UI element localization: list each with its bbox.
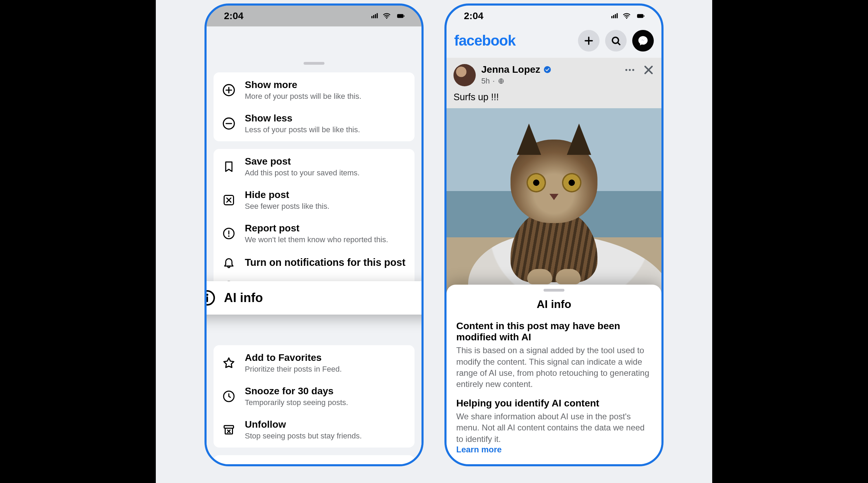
- search-icon: [611, 35, 621, 46]
- stage: 2:04 Show more More of your posts will b…: [156, 0, 712, 483]
- post-text: Surfs up !!!: [447, 90, 661, 108]
- phone-left: 2:04 Show more More of your posts will b…: [204, 3, 424, 466]
- create-button[interactable]: [578, 30, 600, 52]
- plus-circle-icon: [222, 84, 235, 97]
- wifi-icon: [382, 12, 392, 20]
- ai-sheet-heading-1: Content in this post may have been modif…: [456, 320, 652, 343]
- close-icon[interactable]: [643, 64, 654, 76]
- messenger-icon: [637, 35, 649, 46]
- search-button[interactable]: [605, 30, 627, 52]
- row-show-less[interactable]: Show less Less of your posts will be lik…: [214, 108, 415, 141]
- status-bar: 2:04: [207, 6, 421, 26]
- star-icon: [222, 356, 235, 370]
- row-unfollow[interactable]: Unfollow Stop seeing posts but stay frie…: [214, 414, 415, 448]
- group-feedback: Show more More of your posts will be lik…: [214, 72, 415, 141]
- minus-circle-icon: [222, 117, 235, 130]
- post: Jenna Lopez 5h · Surfs up !!!: [447, 58, 661, 293]
- ai-sheet-heading-2: Helping you identify AI content: [456, 398, 652, 409]
- row-snooze[interactable]: Snooze for 30 days Temporarily stop seei…: [214, 381, 415, 414]
- group-follow: Add to Favorites Prioritize their posts …: [214, 345, 415, 448]
- bell-icon: [223, 256, 235, 269]
- archive-x-icon: [223, 423, 235, 436]
- battery-icon: [394, 12, 408, 20]
- dots-icon[interactable]: [624, 64, 636, 76]
- phone-right: 2:04 facebook Jenna Lopez: [444, 3, 664, 466]
- x-square-icon: [223, 194, 235, 206]
- globe-icon: [498, 78, 505, 85]
- group-manage: Manage your Feed: [214, 455, 415, 466]
- row-manage-feed[interactable]: Manage your Feed: [214, 455, 415, 466]
- signal-icon: [610, 12, 620, 20]
- row-save-post[interactable]: Save post Add this post to your saved it…: [214, 149, 415, 184]
- row-add-favorites[interactable]: Add to Favorites Prioritize their posts …: [214, 345, 415, 381]
- status-bar: 2:04: [447, 6, 661, 26]
- post-image[interactable]: [447, 108, 661, 293]
- alert-circle-icon: [223, 227, 235, 240]
- messenger-button[interactable]: [632, 30, 654, 52]
- row-turn-on-notifications[interactable]: Turn on notifications for this post: [214, 251, 415, 276]
- verified-icon: [543, 65, 552, 74]
- ai-info-sheet: AI info Content in this post may have be…: [447, 285, 661, 464]
- ai-sheet-title: AI info: [456, 298, 652, 311]
- learn-more-link[interactable]: Learn more: [456, 445, 502, 454]
- ai-sheet-para-1: This is based on a signal added by the t…: [456, 345, 652, 390]
- row-ai-info-callout[interactable]: AI info: [204, 281, 424, 315]
- sheet-grabber[interactable]: [304, 62, 324, 65]
- post-time: 5h: [481, 77, 490, 86]
- row-show-more[interactable]: Show more More of your posts will be lik…: [214, 72, 415, 108]
- post-author[interactable]: Jenna Lopez: [481, 64, 540, 75]
- signal-icon: [370, 12, 380, 20]
- row-hide-post[interactable]: Hide post See fewer posts like this.: [214, 184, 415, 218]
- status-time: 2:04: [224, 10, 243, 22]
- sliders-icon: [222, 462, 235, 466]
- status-time: 2:04: [464, 10, 483, 22]
- sheet-grabber[interactable]: [544, 289, 564, 292]
- group-post-actions: Save post Add this post to your saved it…: [214, 149, 415, 300]
- plus-icon: [584, 35, 594, 46]
- wifi-icon: [622, 12, 632, 20]
- bookmark-icon: [223, 160, 235, 173]
- battery-icon: [634, 12, 648, 20]
- avatar[interactable]: [453, 64, 476, 86]
- post-options-sheet: Show more More of your posts will be lik…: [207, 58, 421, 464]
- ai-sheet-para-2: We share information about AI use in the…: [456, 411, 652, 445]
- facebook-logo: facebook: [454, 32, 515, 49]
- row-report-post[interactable]: Report post We won't let them know who r…: [214, 218, 415, 251]
- facebook-header: facebook: [447, 26, 661, 58]
- clock-icon: [223, 390, 235, 403]
- info-circle-icon: [204, 290, 216, 306]
